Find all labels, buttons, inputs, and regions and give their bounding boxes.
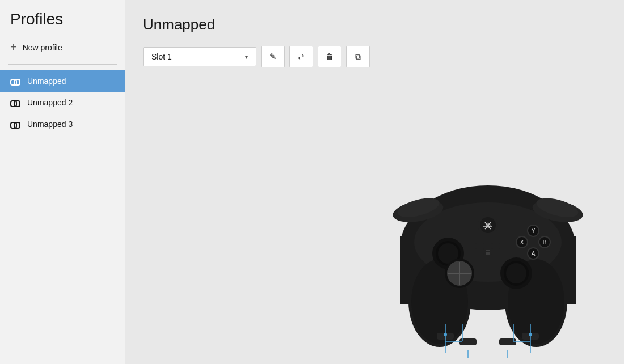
sidebar-divider-bottom: [8, 141, 117, 141]
swap-button[interactable]: ⇄: [289, 46, 313, 67]
sidebar-divider-top: [8, 64, 117, 65]
profile-label-2: Unmapped 2: [27, 98, 73, 107]
edit-icon: ✎: [269, 52, 277, 62]
profile-label-3: Unmapped 3: [27, 120, 73, 129]
trash-icon: 🗑: [326, 52, 334, 61]
svg-rect-39: [491, 243, 500, 249]
profile-link-icon-1: [10, 78, 20, 84]
svg-text:Y: Y: [532, 228, 536, 234]
new-profile-button[interactable]: + New profile: [0, 36, 125, 58]
new-profile-label: New profile: [23, 43, 62, 52]
sidebar-title: Profiles: [0, 10, 125, 36]
chevron-down-icon: ▾: [245, 54, 248, 60]
svg-point-51: [444, 333, 447, 336]
slot-select-value: Slot 1: [151, 52, 172, 61]
sidebar: Profiles + New profile Unmapped Unmapped…: [0, 0, 125, 364]
copy-icon: ⧉: [355, 52, 361, 62]
slot-select[interactable]: Slot 1 ▾: [143, 47, 256, 66]
copy-button[interactable]: ⧉: [346, 46, 370, 67]
svg-point-16: [506, 263, 526, 283]
swap-icon: ⇄: [298, 52, 305, 61]
svg-text:⊗: ⊗: [485, 221, 491, 229]
delete-button[interactable]: 🗑: [318, 46, 341, 67]
sidebar-item-unmapped3[interactable]: Unmapped 3: [0, 113, 125, 135]
plus-icon: +: [10, 41, 17, 54]
edit-button[interactable]: ✎: [261, 46, 285, 67]
page-title: Unmapped: [143, 16, 606, 33]
profile-link-icon-3: [10, 121, 20, 127]
profile-link-icon-2: [10, 100, 20, 105]
sidebar-item-unmapped2[interactable]: Unmapped 2: [0, 92, 125, 113]
sidebar-item-unmapped[interactable]: Unmapped: [0, 70, 125, 92]
controller-svg: A B X Y ⊗: [369, 149, 607, 358]
toolbar: Slot 1 ▾ ✎ ⇄ 🗑 ⧉: [143, 46, 606, 67]
main-content: Unmapped Slot 1 ▾ ✎ ⇄ 🗑 ⧉: [125, 0, 624, 364]
svg-text:A: A: [532, 251, 536, 257]
svg-text:X: X: [520, 239, 524, 246]
svg-rect-38: [475, 243, 484, 249]
svg-point-55: [529, 333, 532, 336]
controller-image: A B X Y ⊗: [369, 149, 607, 353]
svg-text:B: B: [543, 239, 547, 246]
profile-label-1: Unmapped: [27, 77, 66, 86]
